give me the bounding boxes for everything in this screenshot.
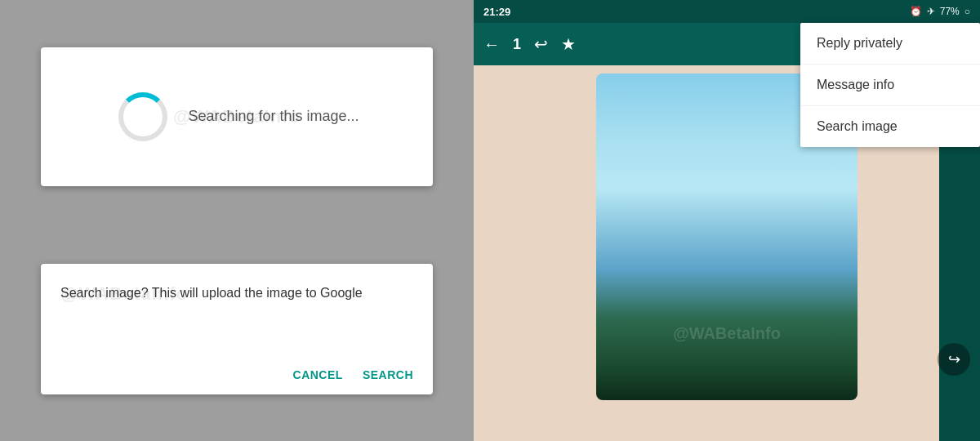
star-icon[interactable]: ★ <box>561 34 576 54</box>
dark-side-panel <box>939 131 980 441</box>
searching-card: Searching for this image... @WABetaInfo <box>41 47 433 186</box>
alarm-icon: ⏰ <box>910 6 922 17</box>
battery-icon: ○ <box>964 6 970 17</box>
right-panel: 21:29 ⏰ ✈ 77% ○ ← 1 ↩ ★ Reply privately … <box>474 0 980 441</box>
back-button[interactable]: ← <box>483 35 500 54</box>
search-dialog-card: Search image? This will upload the image… <box>41 264 433 394</box>
message-info-item[interactable]: Message info <box>800 65 980 106</box>
loading-spinner <box>118 92 167 141</box>
dialog-message: Search image? This will upload the image… <box>60 283 413 303</box>
status-time: 21:29 <box>483 6 510 18</box>
message-count: 1 <box>513 36 521 53</box>
battery-level: 77% <box>940 6 960 17</box>
forward-icon: ↪ <box>948 350 960 368</box>
forward-button[interactable]: ↪ <box>938 343 970 376</box>
search-image-item[interactable]: Search image <box>800 106 980 147</box>
left-panel: Searching for this image... @WABetaInfo … <box>0 0 474 441</box>
status-bar: 21:29 ⏰ ✈ 77% ○ <box>474 0 980 23</box>
reply-privately-item[interactable]: Reply privately <box>800 23 980 65</box>
context-menu: Reply privately Message info Search imag… <box>800 23 980 147</box>
status-icons: ⏰ ✈ 77% ○ <box>910 6 970 17</box>
reply-icon[interactable]: ↩ <box>534 34 548 54</box>
spinner-container <box>114 88 172 145</box>
airplane-icon: ✈ <box>927 6 935 17</box>
cancel-button[interactable]: CANCEL <box>293 368 343 381</box>
action-bar: ← 1 ↩ ★ Reply privately Message info Sea… <box>474 23 980 65</box>
searching-text: Searching for this image... <box>188 108 359 125</box>
dialog-actions: CANCEL SEARCH <box>60 368 413 381</box>
search-button[interactable]: SEARCH <box>363 368 413 381</box>
